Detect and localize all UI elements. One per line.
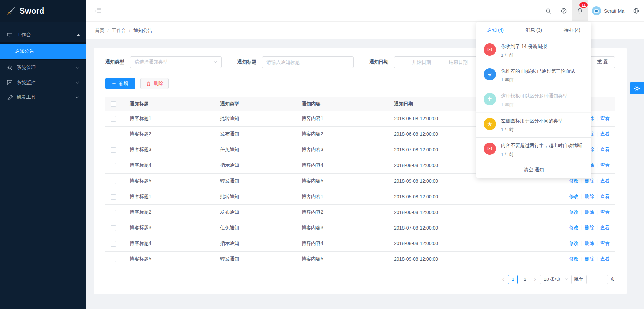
- row-action-view[interactable]: 查看: [600, 256, 610, 261]
- tab-notifications[interactable]: 通知 (4): [476, 22, 515, 38]
- sidebar-item-notice[interactable]: 通知公告: [0, 44, 86, 59]
- star-icon: ★: [484, 118, 496, 130]
- notification-item[interactable]: ➤ 你推荐的 曲妮妮 已通过第三轮面试 1 年前: [476, 63, 591, 88]
- row-action-modify[interactable]: 修改: [569, 209, 579, 215]
- cell-content: 博客内容4: [296, 158, 389, 173]
- notification-item[interactable]: ✉ 你收到了 14 份新周报 1 年前: [476, 38, 591, 63]
- cell-date: 2018-09-08 12:00:00: [389, 173, 490, 189]
- row-action-modify[interactable]: 修改: [569, 240, 579, 246]
- row-checkbox[interactable]: [111, 132, 116, 137]
- cell-title: 博客标题5: [124, 173, 215, 189]
- cell-title: 博客标题1: [124, 111, 215, 126]
- row-checkbox[interactable]: [111, 241, 116, 247]
- page-1-button[interactable]: 1: [508, 275, 518, 284]
- row-checkbox[interactable]: [111, 147, 116, 153]
- tab-messages[interactable]: 消息 (3): [515, 22, 553, 38]
- table-row: 博客标题1 批转通知 博客内容1 2018-05-08 12:00:00 修改删…: [105, 189, 615, 204]
- row-action-modify[interactable]: 修改: [569, 178, 579, 183]
- row-action-view[interactable]: 查看: [600, 178, 610, 183]
- page-size-select[interactable]: 10 条/页: [540, 275, 572, 284]
- menu-fold-icon[interactable]: [94, 7, 101, 14]
- plus-icon: +: [484, 93, 496, 105]
- user-menu[interactable]: Serati Ma: [588, 0, 628, 21]
- sidebar-item-system-monitor[interactable]: 系统监控: [0, 75, 86, 90]
- breadcrumb-home[interactable]: 首页: [95, 28, 104, 34]
- notice-date-range-picker[interactable]: ~: [394, 56, 486, 68]
- column-header-date: 通知日期: [389, 97, 490, 111]
- row-checkbox[interactable]: [111, 210, 116, 215]
- sidebar-item-label: 工作台: [17, 32, 73, 38]
- sidebar-item-workbench[interactable]: 工作台: [0, 28, 86, 42]
- chevron-down-icon: [74, 65, 80, 71]
- prev-page-button[interactable]: ‹: [501, 276, 506, 283]
- notification-dropdown: 通知 (4) 消息 (3) 待办 (4) ✉ 你收到了 14 份新周报 1 年前…: [476, 22, 591, 178]
- cell-actions: 修改删除查看: [490, 236, 615, 251]
- row-action-view[interactable]: 查看: [600, 115, 610, 121]
- cell-type: 指示通知: [215, 158, 296, 173]
- breadcrumb-current: 通知公告: [133, 28, 153, 34]
- notifications-bell-button[interactable]: 11: [572, 0, 588, 21]
- notice-type-select[interactable]: 请选择通知类型: [130, 56, 222, 68]
- select-placeholder: 请选择通知类型: [135, 59, 168, 65]
- cell-content: 博客内容4: [296, 236, 389, 251]
- row-action-delete[interactable]: 删除: [585, 225, 594, 230]
- select-all-checkbox[interactable]: [111, 101, 116, 107]
- row-action-delete[interactable]: 删除: [585, 178, 594, 183]
- filter-date-group: 通知日期: ~: [369, 56, 486, 68]
- row-action-modify[interactable]: 修改: [569, 225, 579, 230]
- notification-item[interactable]: + 这种模板可以区分多种通知类型 1 年前: [476, 88, 591, 113]
- help-icon[interactable]: [556, 0, 572, 21]
- sidebar-item-dev-tools[interactable]: 研发工具: [0, 90, 86, 105]
- next-page-button[interactable]: ›: [533, 276, 537, 283]
- row-action-view[interactable]: 查看: [600, 131, 610, 137]
- start-date-input[interactable]: [406, 59, 437, 65]
- breadcrumb-workbench[interactable]: 工作台: [112, 28, 126, 34]
- row-action-view[interactable]: 查看: [600, 194, 610, 199]
- jump-page-input[interactable]: [586, 275, 608, 284]
- row-action-modify[interactable]: 修改: [569, 256, 579, 261]
- row-action-view[interactable]: 查看: [600, 225, 610, 230]
- row-checkbox[interactable]: [111, 179, 116, 184]
- cell-content: 博客内容5: [296, 173, 389, 189]
- page-2-button[interactable]: 2: [520, 275, 530, 284]
- row-action-delete[interactable]: 删除: [585, 209, 594, 215]
- row-action-delete[interactable]: 删除: [585, 194, 594, 199]
- search-icon[interactable]: [540, 0, 556, 21]
- row-action-delete[interactable]: 删除: [585, 256, 594, 261]
- page-size-value: 10 条/页: [544, 276, 561, 283]
- row-action-modify[interactable]: 修改: [569, 194, 579, 199]
- app-logo[interactable]: Sword: [0, 0, 86, 22]
- cell-type: 任免通知: [215, 142, 296, 158]
- clear-notifications-button[interactable]: 清空 通知: [476, 162, 591, 178]
- row-action-view[interactable]: 查看: [600, 209, 610, 215]
- row-checkbox[interactable]: [111, 257, 116, 262]
- delete-button[interactable]: 删除: [140, 78, 169, 89]
- add-button[interactable]: 新增: [105, 78, 135, 89]
- cell-content: 博客内容3: [296, 220, 389, 236]
- action-separator: [594, 209, 600, 215]
- row-action-view[interactable]: 查看: [600, 147, 610, 152]
- language-globe-icon[interactable]: [628, 0, 644, 21]
- row-checkbox[interactable]: [111, 225, 116, 231]
- row-action-view[interactable]: 查看: [600, 162, 610, 168]
- row-action-delete[interactable]: 删除: [585, 240, 594, 246]
- end-date-input[interactable]: [443, 59, 474, 65]
- gear-icon: [7, 65, 13, 71]
- theme-settings-button[interactable]: [630, 82, 644, 94]
- app-title: Sword: [20, 6, 44, 16]
- notification-item[interactable]: ✉ 内容不要超过两行字，超出时自动截断 1 年前: [476, 138, 591, 162]
- row-checkbox[interactable]: [111, 194, 116, 200]
- notification-item[interactable]: ★ 左侧图标用于区分不同的类型 1 年前: [476, 113, 591, 138]
- row-checkbox[interactable]: [111, 116, 116, 122]
- cell-date: 2018-06-08 12:00:00: [389, 204, 490, 220]
- sidebar-item-system-admin[interactable]: 系统管理: [0, 60, 86, 75]
- trash-icon: [146, 81, 151, 86]
- notice-title-input[interactable]: [262, 56, 354, 68]
- cell-date: 2018-09-08 12:00:00: [389, 251, 490, 267]
- reset-button[interactable]: 重 置: [590, 56, 615, 68]
- action-separator: [579, 194, 585, 199]
- row-action-view[interactable]: 查看: [600, 240, 610, 246]
- row-checkbox[interactable]: [111, 163, 116, 168]
- column-header-title: 通知标题: [124, 97, 215, 111]
- tab-todos[interactable]: 待办 (4): [553, 22, 591, 38]
